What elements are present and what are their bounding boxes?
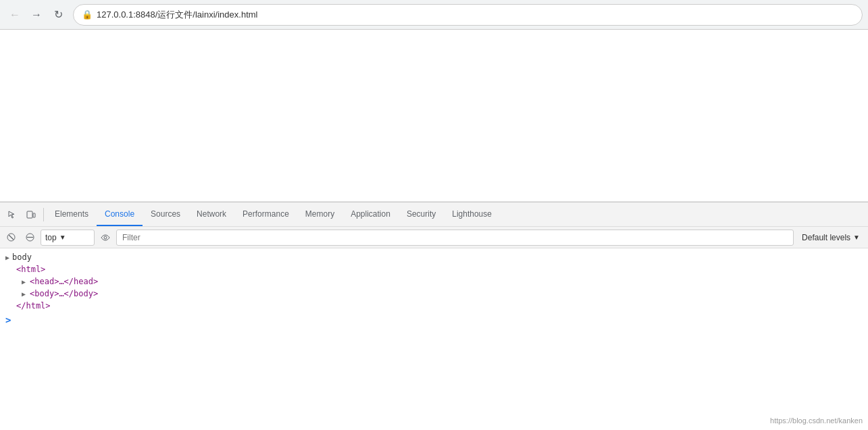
address-bar[interactable]: 🔒	[73, 4, 863, 26]
stop-messages-button[interactable]	[22, 230, 38, 246]
nav-buttons: ← → ↻	[5, 5, 68, 24]
console-toolbar: top ▼ Default levels ▼	[0, 227, 868, 248]
tab-network[interactable]: Network	[188, 203, 234, 226]
dropdown-arrow-icon: ▼	[59, 234, 66, 241]
forward-button[interactable]: →	[27, 5, 46, 24]
lock-icon: 🔒	[82, 9, 93, 20]
levels-arrow-icon: ▼	[853, 234, 860, 241]
tab-sources[interactable]: Sources	[143, 203, 188, 226]
clear-console-button[interactable]	[3, 230, 19, 246]
tab-lighthouse[interactable]: Lighthouse	[444, 203, 500, 226]
body-tag[interactable]: ▶ <body>…</body>	[11, 288, 868, 300]
toolbar-separator	[43, 208, 44, 221]
body-tree-item[interactable]: ▶ body	[0, 251, 868, 263]
svg-line-3	[9, 235, 14, 240]
tab-application[interactable]: Application	[342, 203, 399, 226]
devtools-toolbar: Elements Console Sources Network Perform…	[0, 203, 868, 227]
console-prompt[interactable]: >	[0, 312, 868, 328]
html-tree: <html> ▶ <head>…</head> ▶ <body>…</body>…	[0, 263, 868, 312]
tab-memory[interactable]: Memory	[297, 203, 342, 226]
reload-button[interactable]: ↻	[49, 5, 68, 24]
levels-button[interactable]: Default levels ▼	[796, 230, 865, 246]
svg-rect-1	[33, 213, 35, 217]
device-toggle-button[interactable]	[22, 205, 41, 224]
tab-security[interactable]: Security	[399, 203, 444, 226]
back-button[interactable]: ←	[5, 5, 24, 24]
head-tag[interactable]: ▶ <head>…</head>	[11, 275, 868, 288]
devtools-panel: Elements Console Sources Network Perform…	[0, 202, 868, 430]
page-content	[0, 30, 868, 202]
svg-rect-0	[27, 211, 32, 218]
console-output: ▶ body <html> ▶ <head>…</head> ▶ <body>……	[0, 248, 868, 430]
tab-elements[interactable]: Elements	[47, 203, 97, 226]
tab-console[interactable]: Console	[97, 203, 143, 226]
context-value: top	[45, 233, 57, 242]
browser-chrome: ← → ↻ 🔒	[0, 0, 868, 30]
watermark: https://blog.csdn.net/kanken	[770, 416, 863, 425]
body-triangle-icon[interactable]: ▶	[5, 254, 9, 261]
select-element-button[interactable]	[3, 205, 22, 224]
html-close-tag: </html>	[11, 300, 868, 312]
prompt-caret-icon: >	[5, 315, 11, 325]
html-open-tag: <html>	[11, 263, 868, 275]
tab-performance[interactable]: Performance	[234, 203, 297, 226]
context-selector[interactable]: top ▼	[41, 230, 95, 246]
eye-icon-button[interactable]	[97, 230, 113, 246]
body-label-text: body	[12, 252, 32, 262]
devtools-tabs: Elements Console Sources Network Perform…	[47, 203, 500, 226]
url-input[interactable]	[97, 9, 854, 20]
filter-input[interactable]	[116, 230, 794, 246]
svg-point-6	[104, 236, 107, 239]
